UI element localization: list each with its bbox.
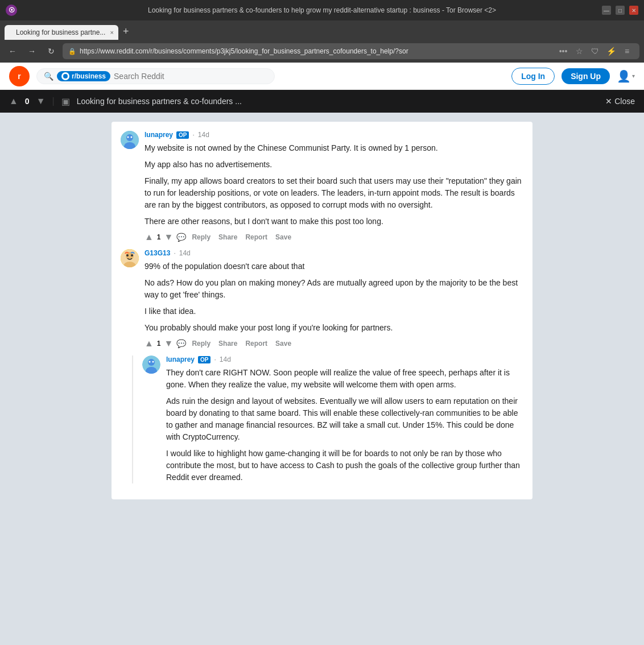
comment-icon-lunaprey-1[interactable]: 💬 [176, 233, 186, 242]
url-actions: ••• ☆ 🛡 ⚡ ≡ [556, 44, 634, 58]
report-button-g13g13-1[interactable]: Report [243, 338, 270, 349]
new-tab-button[interactable]: + [118, 26, 134, 38]
avatar-lunaprey-2 [142, 355, 160, 374]
svg-point-15 [152, 361, 154, 363]
close-icon: ✕ [605, 97, 612, 106]
subreddit-name: r/business [72, 72, 106, 80]
comment-time-value-lunaprey-2: 14d [220, 355, 231, 363]
subreddit-chip[interactable]: r/business [57, 71, 110, 81]
comment-body-lunaprey-1: My website is not owned by the Chinese C… [145, 142, 523, 228]
comment-author-g13g13-1[interactable]: G13G13 [145, 249, 170, 257]
report-button-lunaprey-1[interactable]: Report [243, 232, 270, 242]
comment-header-g13g13-1: G13G13 · 14d [145, 249, 523, 257]
reply-button-lunaprey-1[interactable]: Reply [189, 232, 213, 242]
g13g13-para-2: I like that idea. [145, 305, 523, 317]
comment-time-lunaprey-1: · [192, 131, 194, 139]
comment-lunaprey-1: lunaprey OP · 14d My website is not owne… [121, 131, 523, 242]
url-bar[interactable]: 🔒 https://www.reddit.com/r/business/comm… [63, 43, 639, 59]
svg-point-12 [148, 359, 155, 366]
comment-author-lunaprey-1[interactable]: lunaprey [145, 131, 173, 139]
comment-para-1: My app also has no advertisements. [145, 159, 523, 171]
comment-para-0: My website is not owned by the Chinese C… [145, 142, 523, 154]
share-button-lunaprey-1[interactable]: Share [216, 232, 240, 242]
comment-para-3: There are other reasons, but I don't wan… [145, 216, 523, 228]
svg-point-14 [149, 361, 151, 363]
shield-button[interactable]: 🛡 [588, 44, 602, 58]
search-input[interactable] [114, 72, 267, 81]
tab-close-button[interactable]: × [110, 28, 113, 36]
save-button-g13g13-1[interactable]: Save [273, 338, 294, 349]
comment-body-lunaprey-2: They don't care RIGHT NOW. Soon people w… [166, 367, 523, 483]
comment-content-g13g13-1: G13G13 · 14d 99% of the population doesn… [145, 249, 523, 349]
svg-point-4 [127, 137, 129, 138]
active-tab[interactable]: Looking for business partne... × [5, 25, 118, 40]
op-badge-lunaprey-2: OP [198, 356, 210, 363]
post-title-nav: Looking for business partners & co-found… [77, 97, 599, 106]
comment-time-sep-g13g13: · [174, 249, 175, 257]
subreddit-icon [61, 72, 69, 80]
user-menu-button[interactable]: 👤 ▾ [617, 69, 635, 83]
tab-title: Looking for business partne... [16, 28, 105, 36]
upvote-button-lunaprey-1[interactable]: ▲ [145, 232, 154, 242]
back-button[interactable]: ← [5, 43, 20, 59]
url-more-button[interactable]: ••• [556, 44, 570, 58]
lunaprey2-para-1: Ads ruin the design and layout of websit… [166, 395, 523, 443]
reddit-logo-text: r [18, 72, 20, 81]
menu-button[interactable]: ≡ [620, 44, 634, 58]
titlebar-text: Looking for business partners & co-found… [148, 6, 496, 14]
save-button-lunaprey-1[interactable]: Save [273, 232, 294, 242]
search-bar[interactable]: 🔍 r/business [36, 68, 275, 84]
comment-actions-lunaprey-1: ▲ 1 ▼ 💬 Reply Share Report Save [145, 232, 523, 242]
g13g13-para-1: No ads? How do you plan on making money?… [145, 277, 523, 301]
maximize-button[interactable]: □ [616, 6, 625, 15]
downvote-button-g13g13-1[interactable]: ▼ [164, 338, 174, 349]
window-controls: — □ ✕ [602, 6, 638, 15]
upvote-button-g13g13-1[interactable]: ▲ [145, 338, 154, 349]
minimize-button[interactable]: — [602, 6, 611, 15]
main-content[interactable]: lunaprey OP · 14d My website is not owne… [0, 113, 644, 645]
bookmark-button[interactable]: ☆ [572, 44, 586, 58]
comment-header-lunaprey-2: lunaprey OP · 14d [166, 355, 523, 363]
comment-time-g13g13-1: 14d [179, 249, 191, 257]
comment-time-value-lunaprey-1: 14d [198, 131, 209, 139]
address-bar: ← → ↻ 🔒 https://www.reddit.com/r/busines… [0, 40, 644, 63]
g13g13-para-3: You probably should make your post long … [145, 322, 523, 334]
comment-content-lunaprey-2: lunaprey OP · 14d They don't care RIGHT … [166, 355, 523, 483]
comment-time-sep-lunaprey-2: · [214, 355, 216, 363]
comment-lunaprey-2: lunaprey OP · 14d They don't care RIGHT … [142, 355, 523, 483]
url-text: https://www.reddit.com/r/business/commen… [80, 47, 553, 55]
tab-bar: Looking for business partne... × + [0, 20, 644, 40]
comment-author-lunaprey-2[interactable]: lunaprey [166, 355, 195, 363]
comment-thread: lunaprey OP · 14d My website is not owne… [112, 122, 532, 499]
reply-button-g13g13-1[interactable]: Reply [189, 338, 213, 349]
downvote-button-lunaprey-1[interactable]: ▼ [164, 232, 174, 242]
close-label: Close [614, 97, 635, 106]
chevron-down-icon: ▾ [632, 73, 635, 79]
reddit-logo[interactable]: r [9, 66, 30, 86]
post-type-icon: ▣ [61, 96, 70, 107]
log-in-button[interactable]: Log In [511, 68, 555, 85]
post-upvote-button[interactable]: ▲ [9, 96, 18, 106]
lightning-button[interactable]: ⚡ [604, 44, 618, 58]
refresh-button[interactable]: ↻ [43, 43, 59, 59]
close-post-button[interactable]: ✕ Close [605, 97, 635, 106]
nested-comment-wrapper: lunaprey OP · 14d They don't care RIGHT … [132, 355, 523, 483]
user-icon: 👤 [617, 69, 631, 83]
svg-point-2 [126, 134, 133, 141]
share-button-g13g13-1[interactable]: Share [216, 338, 240, 349]
tor-browser-icon: ⦿ [6, 5, 17, 16]
comment-header-lunaprey-1: lunaprey OP · 14d [145, 131, 523, 139]
comment-para-2: Finally, my app allows board creators to… [145, 175, 523, 211]
search-icon: 🔍 [44, 72, 53, 81]
svg-point-0 [63, 74, 68, 78]
comment-body-g13g13-1: 99% of the population doesn't care about… [145, 261, 523, 334]
divider: | [52, 96, 54, 106]
close-window-button[interactable]: ✕ [629, 6, 638, 15]
forward-button[interactable]: → [24, 43, 40, 59]
lunaprey2-para-2: I would like to highlight how game-chang… [166, 448, 523, 483]
svg-point-10 [131, 254, 133, 257]
post-downvote-button[interactable]: ▼ [36, 96, 46, 106]
avatar-g13g13 [121, 249, 139, 267]
comment-icon-g13g13-1[interactable]: 💬 [176, 339, 186, 348]
sign-up-button[interactable]: Sign Up [562, 68, 610, 84]
